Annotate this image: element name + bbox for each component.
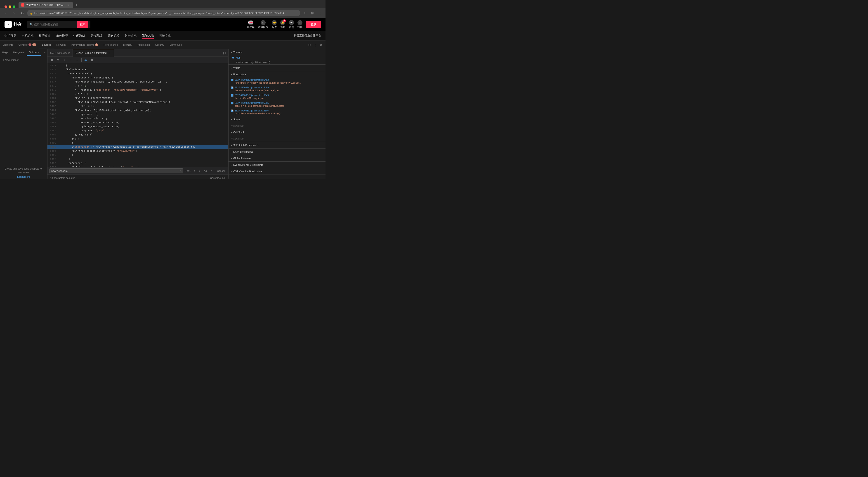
notifications-btn[interactable]: 🔔● 通知 (280, 20, 285, 29)
breakpoint-item-3[interactable]: 5527.470083e2.js:formatted:5549 this.bin… (228, 93, 326, 100)
bookmark-star-icon[interactable]: ☆ (302, 10, 307, 16)
partner-btn[interactable]: 🤝 合作 (272, 20, 277, 29)
regex-btn[interactable]: .* (209, 169, 214, 173)
step-into-btn[interactable]: ↓ (62, 57, 67, 63)
client-download-btn[interactable]: NEW 客户端 (247, 20, 254, 29)
tab-performance[interactable]: Performance (101, 41, 121, 49)
nav-item-casual[interactable]: 休闲游戏 (73, 33, 85, 39)
pause-on-exceptions-btn[interactable]: ⏸ (89, 57, 95, 63)
breakpoint-item-4[interactable]: 5527.470083e2.js:formatted:5605 const o … (228, 100, 326, 108)
active-tab[interactable]: ♪ 天霸大哥™的抖音直播间 - 抖音 × ... ✕ (19, 2, 73, 8)
tab-sources[interactable]: Sources (39, 41, 54, 49)
back-btn[interactable]: ‹ (3, 10, 9, 16)
new-tab-btn[interactable]: + (73, 2, 80, 8)
line-content: , n = {}; (59, 92, 228, 96)
favorites-btn[interactable]: ☆ 收藏网页 (258, 20, 268, 29)
nav-item-strategy[interactable]: 策略游戏 (107, 33, 119, 39)
tab-elements[interactable]: Elements (0, 41, 16, 49)
search-prev-btn[interactable]: ↑ (192, 169, 197, 173)
learn-more-link[interactable]: Learn more (17, 175, 30, 178)
pause-resume-btn[interactable]: ⏸ (49, 57, 55, 63)
bp-checkbox-5[interactable] (231, 110, 234, 112)
tab-lighthouse[interactable]: Lighthouse (167, 41, 185, 49)
sidebar-tab-filesystem[interactable]: Filesystem (10, 49, 27, 56)
nav-item-console[interactable]: 主机游戏 (22, 33, 33, 39)
breakpoint-item-5[interactable]: 5527.470083e2.js:formatted:5606 , r = i.… (228, 108, 326, 116)
line-content: D"undefined" != "kw">typeof WebSocket &&… (59, 145, 228, 149)
scope-header[interactable]: ▾ Scope (228, 116, 326, 122)
bp-checkbox-1[interactable] (231, 79, 234, 81)
forward-btn[interactable]: › (11, 10, 17, 16)
code-content[interactable]: 5473 }5474 "kw">class u {5475 constructo… (48, 63, 228, 167)
tab-memory[interactable]: Memory (121, 41, 135, 49)
pretty-print-btn[interactable]: { } (222, 51, 227, 55)
editor-tab-minified[interactable]: 5527.470083e2.js (48, 49, 73, 57)
upload-btn[interactable]: ⬆ 投稿 (298, 20, 303, 29)
match-case-btn[interactable]: Aa (203, 169, 208, 173)
xhr-breakpoints-header[interactable]: ▸ XHR/fetch Breakpoints (228, 142, 326, 148)
nav-item-competitive[interactable]: 竞技游戏 (90, 33, 102, 39)
tab-security[interactable]: Security (153, 41, 167, 49)
devtools-close-icon[interactable]: ✕ (319, 42, 324, 48)
sidebar-tab-more-btn[interactable]: » (42, 51, 47, 54)
call-stack-header[interactable]: ▾ Call Stack (228, 129, 326, 136)
search-btn[interactable]: 搜索 (77, 21, 88, 28)
browser-menu-icon[interactable]: ⋮ (317, 10, 323, 16)
thread-main[interactable]: Main (228, 55, 326, 60)
devtools-more-icon[interactable]: ⋮ (313, 42, 318, 48)
tab-performance-insights[interactable]: Performance insights 1 (68, 41, 101, 49)
breakpoints-header[interactable]: ▾ Breakpoints (228, 71, 326, 78)
close-window-btn[interactable] (4, 5, 7, 8)
bp-checkbox-3[interactable] (231, 94, 234, 97)
tab-application[interactable]: Application (135, 41, 153, 49)
bp-checkbox-4[interactable] (231, 102, 234, 105)
breakpoint-item-1[interactable]: 5527.470083e2.js:formatted:5492 "undefin… (228, 78, 326, 85)
refresh-btn[interactable]: ↻ (19, 10, 25, 16)
breakpoint-item-2[interactable]: 5527.470083e2.js:formatted:5499 this.soc… (228, 85, 326, 93)
tab-console[interactable]: Console 1 11 (16, 41, 39, 49)
search-bar[interactable]: 🔍 搜索 (27, 21, 90, 28)
thread-serviceworker[interactable]: service-worker.js #0 (activated) (228, 60, 326, 64)
minimize-window-btn[interactable] (8, 5, 11, 8)
tab-search-icon[interactable]: ⊞ (310, 10, 315, 16)
search-cancel-btn[interactable]: Cancel (215, 170, 226, 172)
nav-item-board[interactable]: 棋牌桌游 (39, 33, 51, 39)
editor-tab-close-btn[interactable]: ✕ (108, 51, 111, 55)
address-bar[interactable]: 🔒 live.douyin.com/4296435410313?cover_ty… (27, 10, 300, 16)
maximize-window-btn[interactable] (13, 5, 16, 8)
new-snippet-btn[interactable]: + New snippet (0, 58, 47, 62)
bp-checkbox-2[interactable] (231, 86, 234, 89)
sidebar-tab-page[interactable]: Page (0, 49, 10, 56)
dom-breakpoints-header[interactable]: ▸ DOM Breakpoints (228, 149, 326, 155)
login-btn[interactable]: 登录 (306, 21, 321, 28)
nav-item-entertainment[interactable]: 娱乐天地 (142, 33, 154, 39)
step-over-btn[interactable]: ↷ (56, 57, 61, 63)
tab-close-btn[interactable]: ✕ (66, 3, 70, 7)
line-number: 5483 (48, 104, 59, 108)
devtools-settings-icon[interactable]: ⚙ (307, 42, 312, 48)
search-clear-btn[interactable]: ✕ (180, 169, 182, 173)
thread-main-label: Main (236, 56, 241, 59)
nav-item-role[interactable]: 角色扮演 (56, 33, 68, 39)
editor-tab-formatted[interactable]: 5527.470083e2.js:formatted ✕ (73, 49, 114, 57)
messages-btn[interactable]: ✉ 私信 (289, 20, 294, 29)
search-input-bottom[interactable] (49, 169, 183, 173)
search-input[interactable] (34, 23, 76, 26)
nav-item-tech[interactable]: 科技文化 (159, 33, 171, 39)
search-next-btn[interactable]: ↓ (197, 169, 202, 173)
global-listeners-header[interactable]: ▸ Global Listeners (228, 155, 326, 161)
threads-header[interactable]: ▾ Threads (228, 49, 326, 55)
new-badge: NEW (248, 22, 253, 24)
nav-item-shooting[interactable]: 射击游戏 (125, 33, 136, 39)
sidebar-tab-snippets[interactable]: Snippets (27, 49, 41, 56)
nav-item-hot[interactable]: 热门直播 (4, 33, 16, 39)
watch-header[interactable]: ▸ Watch (228, 65, 326, 71)
event-listener-breakpoints-header[interactable]: ▸ Event Listener Breakpoints (228, 161, 326, 168)
csp-breakpoints-header[interactable]: ▸ CSP Violation Breakpoints (228, 168, 326, 175)
step-out-btn[interactable]: ↑ (68, 57, 74, 63)
line-number: 5475 (48, 72, 59, 76)
deactivate-breakpoints-btn[interactable]: ⊘ (83, 57, 88, 63)
tab-network[interactable]: Network (54, 41, 68, 49)
line-content: "kw">if (e.routeParamsMap) (59, 96, 228, 100)
step-btn[interactable]: → (74, 57, 80, 63)
